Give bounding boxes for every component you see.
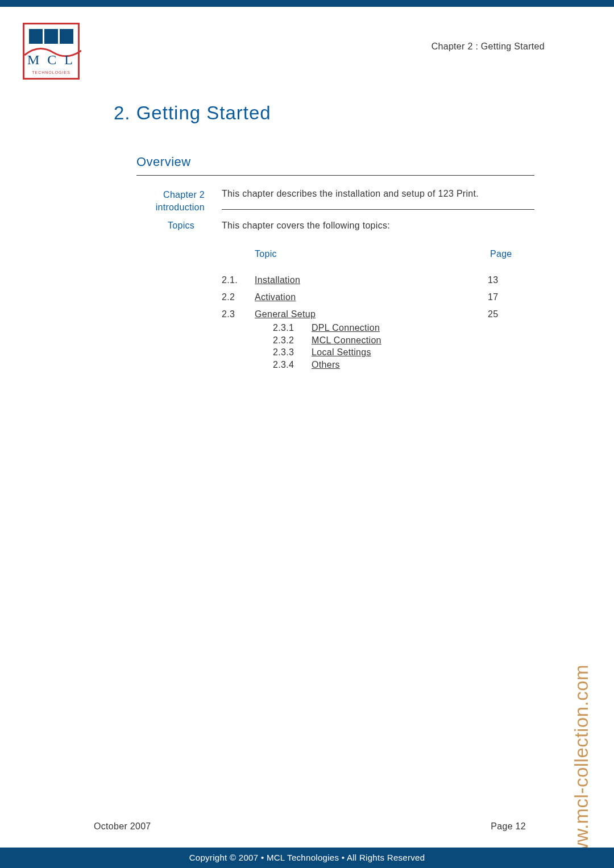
toc-sub-link[interactable]: DPL Connection (312, 323, 380, 333)
toc-link[interactable]: Activation (255, 292, 296, 302)
top-bar (0, 0, 614, 7)
intro-label: Chapter 2 introduction (136, 189, 205, 213)
footer-date: October 2007 (94, 821, 151, 832)
toc-sub-number: 2.3.2 (273, 334, 312, 347)
toc-page: 13 (488, 275, 522, 285)
toc-sub-link[interactable]: Others (312, 360, 340, 369)
toc-sub-number: 2.3.1 (273, 322, 312, 334)
toc-page: 17 (488, 292, 522, 302)
toc-row: 2.3General Setup25 (222, 309, 522, 319)
toc-sub-title: MCL Connection (312, 334, 381, 347)
toc-sub-link[interactable]: Local Settings (312, 347, 371, 357)
logo-squares (29, 29, 73, 44)
intro-text: This chapter describes the installation … (222, 189, 479, 199)
toc-sub-title: DPL Connection (312, 322, 380, 334)
mcl-logo: M C L TECHNOLOGIES (23, 23, 80, 80)
toc-subsection: 2.3.1DPL Connection2.3.2MCL Connection2.… (273, 322, 522, 371)
side-url-text: www.mcl-collection.com (571, 665, 592, 868)
toc-sub-row: 2.3.3Local Settings (273, 346, 522, 359)
side-url: ⁘www.mcl-collection.com (571, 665, 592, 868)
footer-page-number: Page 12 (491, 821, 526, 832)
overview-heading: Overview (136, 155, 191, 169)
toc-sub-link[interactable]: MCL Connection (312, 335, 381, 345)
toc-number: 2.3 (222, 309, 255, 319)
header-chapter-label: Chapter 2 : Getting Started (432, 41, 545, 52)
toc-sub-title: Others (312, 359, 340, 371)
table-of-contents: 2.1.Installation132.2Activation172.3Gene… (222, 275, 522, 371)
toc-sub-row: 2.3.1DPL Connection (273, 322, 522, 334)
table-header-page: Page (490, 249, 512, 259)
logo-letters: M C L (24, 52, 78, 68)
divider (222, 209, 534, 210)
toc-sub-number: 2.3.4 (273, 359, 312, 371)
toc-sub-row: 2.3.4Others (273, 359, 522, 371)
toc-row: 2.1.Installation13 (222, 275, 522, 285)
footer-copyright-bar: Copyright © 2007 • MCL Technologies • Al… (0, 848, 614, 868)
toc-number: 2.1. (222, 275, 255, 285)
toc-page: 25 (488, 309, 522, 319)
table-header-topic: Topic (255, 249, 277, 259)
topics-label: Topics (168, 221, 194, 231)
toc-row: 2.2Activation17 (222, 292, 522, 302)
toc-sub-title: Local Settings (312, 346, 371, 359)
toc-title: Activation (255, 292, 488, 302)
toc-number: 2.2 (222, 292, 255, 302)
topics-text: This chapter covers the following topics… (222, 221, 390, 231)
toc-sub-row: 2.3.2MCL Connection (273, 334, 522, 347)
divider (136, 175, 534, 176)
toc-sub-number: 2.3.3 (273, 346, 312, 359)
toc-link[interactable]: Installation (255, 275, 300, 285)
toc-title: Installation (255, 275, 488, 285)
chapter-title: 2. Getting Started (114, 102, 271, 124)
logo-subtext: TECHNOLOGIES (24, 70, 78, 74)
toc-title: General Setup (255, 309, 488, 319)
toc-link[interactable]: General Setup (255, 309, 316, 319)
